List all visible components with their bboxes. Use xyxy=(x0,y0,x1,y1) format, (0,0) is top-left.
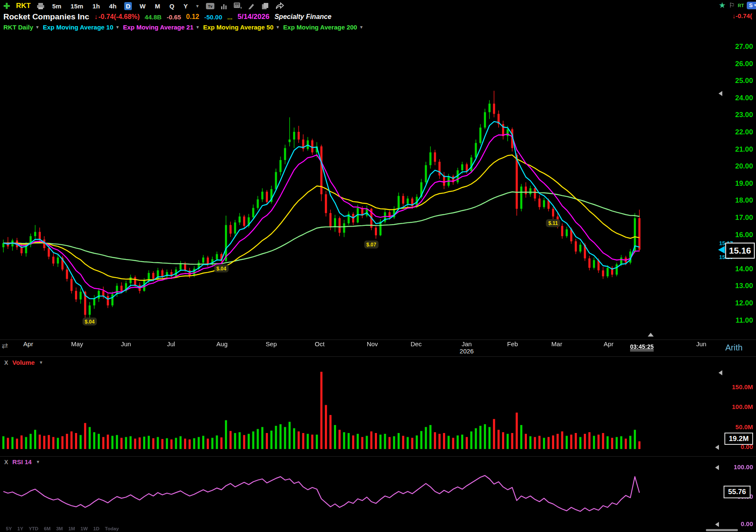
stat-dividend: 0.12 xyxy=(186,13,199,21)
stat-pe: -50.00 xyxy=(204,13,222,21)
flag-icon[interactable]: ⚐ xyxy=(729,2,735,9)
price-tick-label: 26.00 xyxy=(724,60,753,68)
timeframe-weekly[interactable]: W xyxy=(138,2,147,10)
range-shortcut-today[interactable]: Today xyxy=(105,526,119,531)
chart-legend: RKT Daily▼ Exp Moving Average 10▼ Exp Mo… xyxy=(0,22,756,32)
panel-divider xyxy=(0,456,756,457)
date-axis-month-label[interactable]: Oct xyxy=(310,340,329,348)
date-axis-month-label[interactable]: Dec xyxy=(407,340,425,348)
date-axis-month-label[interactable]: Jan xyxy=(457,340,476,348)
date-axis-month-label[interactable]: Jul xyxy=(162,340,180,348)
stat-ellipsis[interactable]: ... xyxy=(227,13,233,21)
volume-bars-icon[interactable] xyxy=(221,3,227,10)
range-shortcut-1m[interactable]: 1M xyxy=(68,526,75,531)
range-shortcut-1y[interactable]: 1Y xyxy=(17,526,23,531)
range-shortcut-ytd[interactable]: YTD xyxy=(29,526,38,531)
timeframe-5m[interactable]: 5m xyxy=(51,2,63,10)
legend-ema-50[interactable]: Exp Moving Average 50▼ xyxy=(203,24,280,31)
price-tick-label: 18.00 xyxy=(724,196,753,205)
date-axis-month-label[interactable]: Aug xyxy=(213,340,231,348)
volume-zero-marker-icon xyxy=(715,445,719,450)
svg-text:Tv: Tv xyxy=(208,4,212,8)
volume-tick-label: 150.0M xyxy=(723,383,753,390)
date-axis-month-label[interactable]: Apr xyxy=(599,340,618,348)
chevron-down-icon: ▼ xyxy=(35,25,40,29)
volume-tick-label: 50.0M xyxy=(723,423,753,430)
timeframe-1h[interactable]: 1h xyxy=(91,2,102,10)
favorite-star-icon[interactable]: ★ xyxy=(719,1,726,9)
current-volume-box: 19.2M xyxy=(724,433,753,445)
rsi-chart-canvas[interactable] xyxy=(0,457,756,527)
industry-label[interactable]: Specialty Finance xyxy=(275,13,331,21)
change-right-clipped: ↓-0.74( xyxy=(732,12,756,19)
notes-icon[interactable] xyxy=(261,3,269,10)
timeframe-4h[interactable]: 4h xyxy=(107,2,118,10)
range-shortcut-bar: 5Y1YYTD6M3M1M1W1DToday xyxy=(6,526,119,531)
symbol-label[interactable]: RKT xyxy=(16,2,31,10)
chevron-down-icon: ▼ xyxy=(115,25,120,29)
scale-type-label[interactable]: Arith xyxy=(725,343,743,353)
range-shortcut-3m[interactable]: 3M xyxy=(56,526,63,531)
date-axis-month-label[interactable]: May xyxy=(68,340,86,348)
chevron-down-icon: ▼ xyxy=(359,25,363,29)
reset-zoom-icon[interactable]: ⇄ xyxy=(2,341,8,350)
price-tick-label: 13.00 xyxy=(724,282,753,290)
trading-app-window: ✚ RKT 5m 15m 1h 4h D W M Q Y ▼ Tv + xyxy=(0,0,756,532)
rsi-0-marker-icon xyxy=(715,522,719,527)
tv-view-icon[interactable]: Tv xyxy=(206,3,215,10)
date-axis-month-label[interactable]: Apr xyxy=(19,340,37,348)
price-tick-label: 14.00 xyxy=(724,265,753,273)
drawing-pencil-icon[interactable] xyxy=(248,3,255,10)
price-tick-label: 24.00 xyxy=(724,94,753,102)
rsi-100-marker-icon xyxy=(715,465,719,470)
legend-ema-200[interactable]: Exp Moving Average 200▼ xyxy=(283,24,363,31)
share-icon[interactable] xyxy=(275,2,284,10)
price-tick-label: 27.00 xyxy=(724,43,753,51)
timeframe-monthly[interactable]: M xyxy=(153,2,162,10)
stream-badge[interactable]: S▼ xyxy=(747,2,756,9)
price-chart-canvas[interactable] xyxy=(0,33,756,339)
print-icon[interactable] xyxy=(37,3,45,10)
quote-strip: Rocket Companies Inc ↓ -0.74(-4.68%) 44.… xyxy=(0,12,756,22)
legend-ema-10[interactable]: Exp Moving Average 10▼ xyxy=(43,24,120,31)
range-shortcut-5y[interactable]: 5Y xyxy=(6,526,12,531)
rsi-tick-label: 100.00 xyxy=(723,463,753,471)
stat-eps: -0.65 xyxy=(167,13,181,21)
timeframe-15m[interactable]: 15m xyxy=(69,2,85,10)
rsi-tick-label: 0.00 xyxy=(723,520,753,527)
chevron-down-icon: ▼ xyxy=(195,25,200,29)
change-down-arrow-icon: ↓ xyxy=(94,13,98,21)
date-axis-month-label[interactable]: Nov xyxy=(363,340,382,348)
range-shortcut-6m[interactable]: 6M xyxy=(44,526,51,531)
date-axis-month-label[interactable]: Jun xyxy=(117,340,135,348)
last-price-arrow-icon xyxy=(718,246,725,254)
horizontal-scrollbar[interactable] xyxy=(706,529,738,531)
calculator-icon[interactable]: + xyxy=(233,2,242,10)
legend-rkt-daily[interactable]: RKT Daily▼ xyxy=(3,24,40,31)
timeframe-dropdown-icon[interactable]: ▼ xyxy=(195,4,200,8)
toolbar-right-cluster: ★ ⚐ RT S▼ xyxy=(719,1,756,9)
volume-marker-icon xyxy=(719,370,722,375)
price-tick-label: 17.00 xyxy=(724,214,753,222)
timeframe-quarterly[interactable]: Q xyxy=(168,2,176,10)
date-axis-month-label[interactable]: Mar xyxy=(548,340,566,348)
volume-chart-canvas[interactable] xyxy=(0,357,756,456)
legend-ema-21[interactable]: Exp Moving Average 21▼ xyxy=(123,24,200,31)
date-axis-month-label[interactable]: Sep xyxy=(262,340,280,348)
quote-date: 5/14/2026 xyxy=(238,13,270,21)
realtime-badge: RT xyxy=(738,3,744,8)
price-tick-label: 22.00 xyxy=(724,128,753,136)
toolbar: ✚ RKT 5m 15m 1h 4h D W M Q Y ▼ Tv + xyxy=(0,0,756,12)
timeframe-yearly[interactable]: Y xyxy=(182,2,190,10)
latest-bar-marker-icon[interactable] xyxy=(648,333,654,337)
price-tick-label: 12.00 xyxy=(724,299,753,307)
range-shortcut-1w[interactable]: 1W xyxy=(80,526,88,531)
volume-tick-label: 100.0M xyxy=(723,403,753,410)
timeframe-daily[interactable]: D xyxy=(124,2,132,10)
last-price-box: 15.16 xyxy=(725,243,755,259)
range-shortcut-1d[interactable]: 1D xyxy=(93,526,99,531)
add-symbol-icon[interactable]: ✚ xyxy=(3,2,10,10)
date-axis-month-label[interactable]: Jun xyxy=(692,340,711,348)
price-tick-label: 21.00 xyxy=(724,145,753,154)
date-axis-month-label[interactable]: Feb xyxy=(503,340,522,348)
